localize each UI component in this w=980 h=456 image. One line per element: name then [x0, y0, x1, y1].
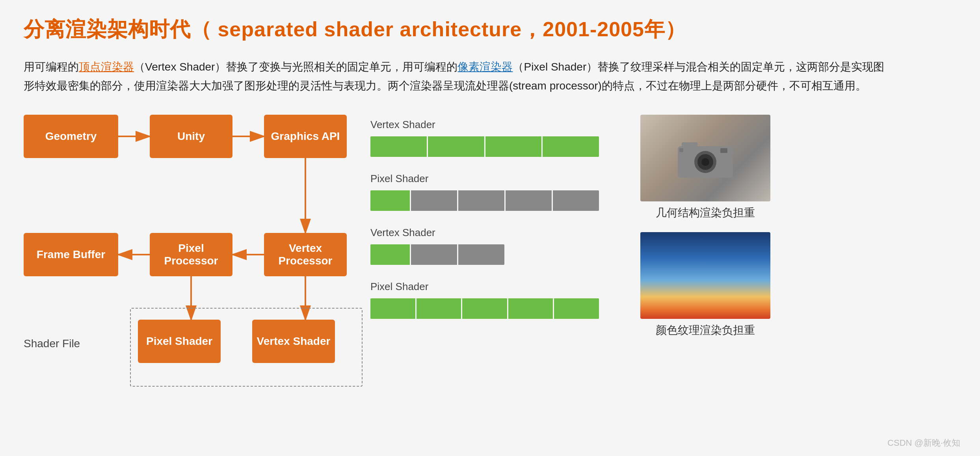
bar-label-pixel-top: Pixel Shader [370, 173, 615, 185]
bar-segment [370, 136, 427, 157]
bar-segment [553, 190, 599, 211]
geometry-box: Geometry [24, 115, 118, 158]
description-text: 用可编程的顶点渲染器（Vertex Shader）替换了变换与光照相关的固定单元… [24, 58, 891, 95]
bar-segment [508, 298, 553, 319]
bar-segment [428, 136, 484, 157]
pixel-processor-box: Pixel Processor [150, 233, 232, 276]
bar-segment [370, 298, 415, 319]
bar-group-pixel-bottom: Pixel Shader [370, 281, 615, 319]
svg-rect-14 [679, 148, 683, 152]
footer-text: CSDN @新晚·攸知 [887, 437, 960, 449]
bar-row-vertex-bottom [370, 244, 504, 265]
sky-image [640, 232, 770, 319]
vertex-shader-cn: 顶点渲染器 [79, 61, 134, 73]
bar-segment [411, 190, 457, 211]
bar-label-vertex-bottom: Vertex Shader [370, 227, 615, 239]
main-content: Geometry Unity Graphics API Frame Buffer… [24, 115, 956, 398]
sky-caption: 颜色纹理渲染负担重 [656, 323, 755, 338]
sky-placeholder [640, 232, 770, 319]
graphics-api-box: Graphics API [264, 115, 347, 158]
pixel-shader-cn: 像素渲染器 [457, 61, 513, 73]
desc-part2: （Vertex Shader）替换了变换与光照相关的固定单元，用可编程的 [134, 61, 457, 73]
bar-label-pixel-bottom: Pixel Shader [370, 281, 615, 293]
svg-rect-9 [682, 142, 697, 149]
camera-image-container: 几何结构渲染负担重 [638, 115, 772, 220]
bar-segment [485, 136, 542, 157]
svg-point-12 [701, 158, 709, 166]
bar-segment [506, 190, 552, 211]
bar-segment [370, 190, 410, 211]
bar-segment [458, 190, 504, 211]
bar-group-vertex-top: Vertex Shader [370, 119, 615, 157]
images-area: 几何结构渲染负担重 颜色纹理渲染负担重 [638, 115, 772, 338]
unity-box: Unity [150, 115, 232, 158]
bar-segment [554, 298, 599, 319]
bar-segment [417, 298, 461, 319]
camera-placeholder [640, 115, 770, 201]
bar-segment [370, 244, 410, 265]
bar-row-pixel-bottom [370, 298, 599, 319]
camera-image [640, 115, 770, 201]
frame-buffer-box: Frame Buffer [24, 233, 118, 276]
vertex-processor-box: Vertex Processor [264, 233, 347, 276]
bar-group-pixel-top: Pixel Shader [370, 173, 615, 211]
svg-rect-13 [720, 148, 727, 153]
page-title: 分离渲染架构时代（ separated shader architecture，… [24, 16, 956, 43]
bar-segment [411, 244, 457, 265]
camera-caption: 几何结构渲染负担重 [656, 205, 755, 220]
bars-area: Vertex Shader Pixel Shader [370, 115, 615, 319]
bar-label-vertex-top: Vertex Shader [370, 119, 615, 131]
desc-part1: 用可编程的 [24, 61, 79, 73]
sky-image-container: 颜色纹理渲染负担重 [638, 232, 772, 338]
vertex-shader-box: Vertex Shader [252, 320, 335, 363]
pixel-shader-box: Pixel Shader [138, 320, 221, 363]
pipeline-diagram: Geometry Unity Graphics API Frame Buffer… [24, 115, 347, 398]
bar-segment [458, 244, 504, 265]
bar-row-pixel-top [370, 190, 599, 211]
bar-segment [462, 298, 507, 319]
shader-file-label: Shader File [24, 337, 80, 350]
camera-icon [674, 134, 737, 182]
bar-segment [543, 136, 599, 157]
bar-row-vertex-top [370, 136, 599, 157]
bar-group-vertex-bottom: Vertex Shader [370, 227, 615, 265]
